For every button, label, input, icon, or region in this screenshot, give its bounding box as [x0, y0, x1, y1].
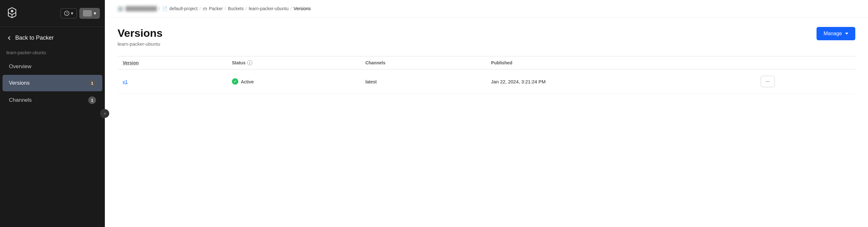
th-channels: Channels — [360, 56, 486, 69]
collapse-sidebar-button[interactable]: « — [100, 109, 109, 118]
cell-channels: latest — [360, 69, 486, 94]
breadcrumb-bucket[interactable]: learn-packer-ubuntu — [249, 6, 288, 11]
versions-badge: 1 — [88, 79, 96, 87]
cell-version: v1 — [118, 69, 227, 94]
org-button[interactable]: ▾ — [80, 8, 100, 19]
chevron-down-icon: ▾ — [71, 10, 73, 16]
sidebar-section-label: learn-packer-ubuntu — [0, 47, 105, 58]
breadcrumb-service[interactable]: 🗃 Packer — [203, 6, 223, 11]
org-chevron-icon: ▾ — [94, 10, 96, 16]
breadcrumb-sep-2: / — [199, 6, 201, 11]
page-body: Versions learn-packer-ubuntu Manage Vers… — [105, 17, 868, 103]
breadcrumb-project[interactable]: 📄 default-project — [162, 6, 197, 11]
main-content: 🏢 ██████████ / 📄 default-project / 🗃 Pac… — [105, 0, 868, 227]
sidebar-nav: Overview Versions 1 Channels 1 — [0, 58, 105, 109]
svg-point-1 — [11, 10, 13, 12]
sidebar-header: ? ▾ ▾ — [0, 0, 105, 27]
status-active-icon — [232, 78, 238, 85]
sidebar-item-overview-label: Overview — [9, 64, 31, 70]
th-published: Published — [486, 56, 756, 69]
packer-icon: 🗃 — [203, 6, 207, 11]
sidebar-item-channels-label: Channels — [9, 97, 32, 103]
breadcrumb: 🏢 ██████████ / 📄 default-project / 🗃 Pac… — [105, 0, 868, 17]
header-controls: ? ▾ ▾ — [60, 8, 100, 19]
breadcrumb-sep-5: / — [290, 6, 292, 11]
svg-text:?: ? — [66, 12, 68, 15]
table-header: Version Status i Channels Published — [118, 56, 855, 69]
cell-published: Jan 22, 2024, 3:21:24 PM — [486, 69, 756, 94]
breadcrumb-section[interactable]: Buckets — [228, 6, 244, 11]
more-icon: ··· — [765, 79, 770, 84]
th-actions — [755, 56, 855, 69]
version-link[interactable]: v1 — [123, 79, 128, 84]
breadcrumb-current: Versions — [293, 6, 311, 11]
sidebar-item-versions[interactable]: Versions 1 — [3, 75, 102, 91]
cell-status: Active — [227, 69, 360, 94]
table-row: v1 Active latest Jan 22, 2024, 3:21:24 P… — [118, 69, 855, 94]
org-icon: 🏢 — [118, 6, 124, 11]
sidebar-item-channels[interactable]: Channels 1 — [3, 92, 102, 108]
logo[interactable] — [5, 6, 19, 21]
sidebar-item-overview[interactable]: Overview — [3, 59, 102, 74]
manage-chevron-icon — [845, 33, 848, 35]
breadcrumb-sep-4: / — [246, 6, 247, 11]
breadcrumb-sep-3: / — [225, 6, 226, 11]
channels-badge: 1 — [88, 97, 96, 104]
page-header: Versions learn-packer-ubuntu Manage — [118, 27, 855, 47]
page-title: Versions — [118, 27, 163, 39]
sidebar: ? ▾ ▾ « Back to Packer learn-packer-ubun… — [0, 0, 105, 227]
sidebar-item-versions-label: Versions — [9, 80, 30, 86]
breadcrumb-sep-1: / — [159, 6, 160, 11]
cell-actions: ··· — [755, 69, 855, 94]
table-body: v1 Active latest Jan 22, 2024, 3:21:24 P… — [118, 69, 855, 94]
breadcrumb-org: 🏢 ██████████ — [118, 6, 157, 11]
help-button[interactable]: ? ▾ — [60, 8, 77, 18]
page-title-section: Versions learn-packer-ubuntu — [118, 27, 163, 47]
row-more-button[interactable]: ··· — [761, 76, 774, 87]
document-icon: 📄 — [162, 6, 167, 11]
versions-table: Version Status i Channels Published — [118, 56, 855, 94]
th-version[interactable]: Version — [118, 56, 227, 69]
manage-button[interactable]: Manage — [816, 27, 855, 40]
page-subtitle: learn-packer-ubuntu — [118, 41, 163, 47]
status-info-icon[interactable]: i — [247, 60, 252, 65]
back-to-packer-link[interactable]: Back to Packer — [0, 27, 105, 47]
th-status: Status i — [227, 56, 360, 69]
